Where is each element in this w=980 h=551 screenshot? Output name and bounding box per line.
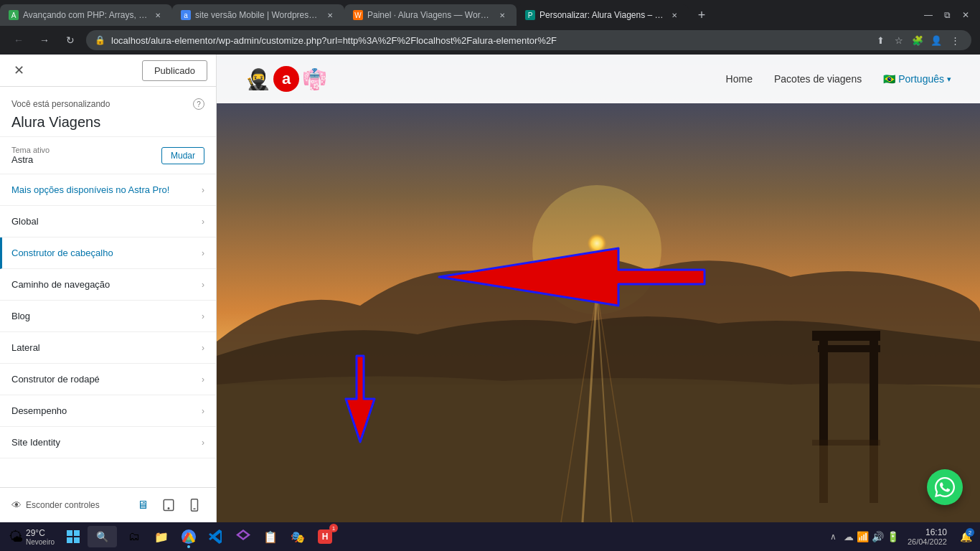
- extensions-icon[interactable]: 🧩: [910, 32, 925, 48]
- tab-1-close[interactable]: ✕: [152, 9, 164, 21]
- customizer-close-button[interactable]: ✕: [9, 60, 29, 80]
- back-button[interactable]: ←: [9, 30, 29, 50]
- logo-emoji-2: 👘: [302, 67, 327, 91]
- svg-rect-17: [870, 446, 878, 503]
- notification-button[interactable]: 🔔 2: [956, 527, 976, 547]
- menu-item-blog[interactable]: Blog ›: [0, 301, 216, 332]
- clock-time: 16:10: [908, 527, 947, 537]
- hide-controls-button[interactable]: 👁 Esconder controles: [11, 499, 100, 511]
- tray-icons[interactable]: ∧: [826, 529, 841, 545]
- svg-rect-14: [812, 331, 880, 341]
- taskview-app[interactable]: 🗂: [121, 524, 147, 550]
- svg-rect-21: [67, 530, 72, 536]
- bookmark-icon[interactable]: ☆: [891, 32, 907, 48]
- theme-section: Tema ativo Astra Mudar: [0, 137, 216, 174]
- site-logo: 🥷 a 👘: [245, 66, 327, 92]
- system-clock[interactable]: 16:10 26/04/2022: [902, 526, 953, 547]
- system-tray: ∧ ☁ 📶 🔊 🔋 16:10 26/04/2022 🔔 2: [826, 526, 976, 547]
- theme-name: Astra: [11, 154, 50, 165]
- taskbar-apps: 🗂 📁 📋 🎭 H 1: [121, 524, 338, 550]
- tab-3[interactable]: W Painel · Alura Viagens — WordP... ✕: [344, 4, 517, 26]
- tab-4-favicon: P: [525, 10, 535, 20]
- tray-cloud[interactable]: ☁: [844, 531, 854, 542]
- tab-4-close[interactable]: ✕: [669, 9, 680, 21]
- profile-icon[interactable]: 👤: [928, 32, 944, 48]
- tab-3-favicon: W: [353, 10, 363, 20]
- tab-3-label: Painel · Alura Viagens — WordP...: [367, 10, 492, 20]
- chrome-app[interactable]: [176, 524, 202, 550]
- another-app[interactable]: H 1: [312, 524, 338, 550]
- tray-up-icon: ∧: [830, 532, 837, 542]
- mobile-view-button[interactable]: [184, 495, 204, 515]
- maximize-button[interactable]: ⧉: [938, 6, 956, 24]
- desktop-view-button[interactable]: 🖥: [133, 495, 153, 515]
- discord-app[interactable]: 🎭: [285, 524, 311, 550]
- share-icon[interactable]: ⬆: [872, 32, 888, 48]
- new-tab-button[interactable]: +: [692, 5, 712, 25]
- publish-button[interactable]: Publicado: [142, 60, 207, 81]
- menu-item-performance[interactable]: Desempenho ›: [0, 395, 216, 427]
- menu-item-site-identity[interactable]: Site Identity ›: [0, 427, 216, 458]
- info-icon[interactable]: ?: [193, 98, 204, 110]
- weather-widget[interactable]: 🌤 29°C Nevoeiro: [4, 527, 59, 547]
- change-theme-button[interactable]: Mudar: [161, 147, 204, 164]
- forward-button[interactable]: →: [34, 30, 55, 50]
- svg-rect-22: [74, 530, 80, 536]
- whatsapp-button[interactable]: [927, 469, 963, 505]
- site-nav: Home Pacotes de viagens 🇧🇷 Português ▾: [726, 73, 951, 85]
- tablet-view-button[interactable]: [159, 495, 179, 515]
- logo-emoji-1: 🥷: [245, 67, 270, 91]
- chevron-footer-builder: ›: [202, 375, 204, 385]
- fileexplorer-app[interactable]: 📁: [149, 524, 174, 550]
- menu-item-astra-pro[interactable]: Mais opções disponíveis no Astra Pro! ›: [0, 174, 216, 206]
- svg-rect-15: [818, 345, 880, 352]
- tray-volume[interactable]: 🔊: [872, 531, 884, 542]
- preview-area: 🥷 a 👘 Home Pacotes de viagens 🇧🇷 Portugu…: [217, 55, 980, 522]
- vscode-app[interactable]: [203, 524, 229, 550]
- chevron-header-builder: ›: [202, 248, 204, 258]
- menu-item-breadcrumb[interactable]: Caminho de navegação ›: [0, 269, 216, 301]
- tray-wifi[interactable]: 📶: [857, 531, 869, 542]
- url-text: localhost/alura-elementor/wp-admin/custo…: [111, 35, 557, 46]
- footer-icons: 🖥: [133, 495, 204, 515]
- svg-point-1: [168, 508, 169, 509]
- notification-badge: 2: [966, 528, 974, 537]
- chevron-site-identity: ›: [202, 438, 204, 448]
- chevron-breadcrumb: ›: [202, 280, 204, 290]
- badge: 1: [329, 524, 338, 532]
- menu-item-header-builder[interactable]: Construtor de cabeçalho ›: [0, 237, 216, 269]
- menu-item-global[interactable]: Global ›: [0, 206, 216, 237]
- window-controls: — ⧉ ✕: [920, 6, 980, 24]
- tab-4[interactable]: P Personalizar: Alura Viagens – Só... ✕: [517, 4, 689, 26]
- tab-1[interactable]: A Avançando com PHP: Arrays, Str... ✕: [0, 4, 172, 26]
- theme-label-group: Tema ativo Astra: [11, 146, 50, 165]
- tab-2[interactable]: a site versão Mobile | Wordpress:... ✕: [172, 4, 344, 26]
- menu-item-sidebar[interactable]: Lateral ›: [0, 332, 216, 364]
- nav-home[interactable]: Home: [726, 73, 753, 85]
- url-bar[interactable]: 🔒 localhost/alura-elementor/wp-admin/cus…: [86, 30, 971, 50]
- tab-bar: A Avançando com PHP: Arrays, Str... ✕ a …: [0, 0, 980, 26]
- customizer-header: ✕ Publicado: [0, 55, 216, 87]
- hero-background: [217, 55, 980, 522]
- nav-packages[interactable]: Pacotes de viagens: [774, 73, 862, 85]
- svg-rect-18: [812, 440, 880, 446]
- tab-2-label: site versão Mobile | Wordpress:...: [195, 10, 320, 20]
- start-button[interactable]: [60, 524, 86, 550]
- menu-item-footer-builder[interactable]: Construtor de rodapé ›: [0, 364, 216, 395]
- weather-icon: 🌤: [9, 529, 23, 545]
- tray-battery[interactable]: 🔋: [887, 531, 899, 542]
- git-app[interactable]: 📋: [258, 524, 283, 550]
- close-window-button[interactable]: ✕: [957, 6, 974, 24]
- refresh-button[interactable]: ↻: [60, 30, 80, 50]
- taskbar-search[interactable]: 🔍: [88, 526, 117, 547]
- chevron-astra-pro: ›: [202, 185, 204, 195]
- nav-language[interactable]: 🇧🇷 Português ▾: [883, 73, 951, 85]
- tab-3-close[interactable]: ✕: [496, 9, 508, 21]
- svg-rect-24: [74, 537, 80, 543]
- minimize-button[interactable]: —: [920, 6, 937, 24]
- logo-letter: a: [273, 66, 299, 92]
- tab-2-close[interactable]: ✕: [324, 9, 336, 21]
- search-icon: 🔍: [96, 531, 108, 542]
- visualstudio-app[interactable]: [230, 524, 256, 550]
- menu-icon[interactable]: ⋮: [947, 32, 963, 48]
